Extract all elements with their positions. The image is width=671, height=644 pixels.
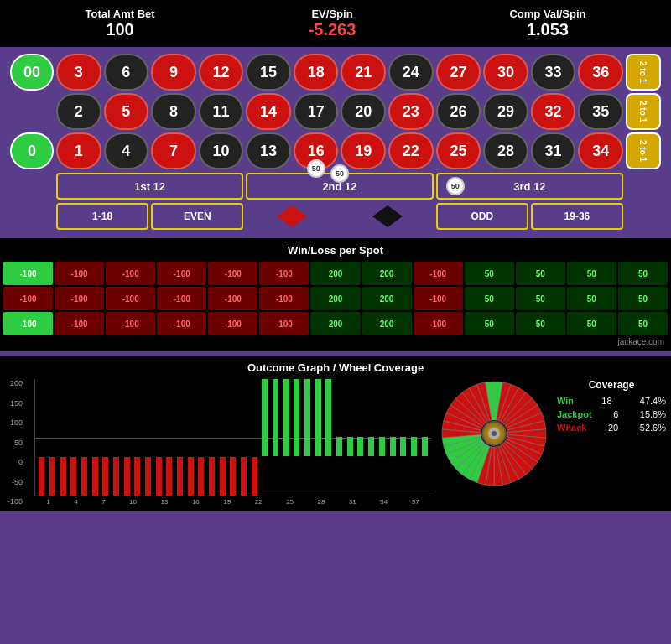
num-4[interactable]: 4 — [104, 132, 149, 169]
2nd-12[interactable]: 2nd 12 50 — [246, 173, 433, 200]
bar-item — [313, 379, 323, 496]
num-6[interactable]: 6 — [104, 54, 149, 91]
bar-item — [143, 379, 153, 496]
wl-cell: -100 — [259, 312, 309, 335]
bar-item — [80, 379, 90, 496]
wl-cell: 50 — [618, 312, 668, 335]
num-35[interactable]: 35 — [578, 93, 623, 130]
wl-cell: -100 — [3, 262, 53, 285]
num-19[interactable]: 19 — [341, 132, 386, 169]
coverage-win-pct: 47.4% — [640, 396, 666, 406]
coverage-win-count: 18 — [601, 396, 611, 406]
19-36[interactable]: 19-36 — [531, 203, 623, 230]
bar-item — [69, 379, 79, 496]
wl-cell: -100 — [208, 287, 257, 310]
bars-container — [35, 379, 431, 496]
bar-item — [377, 379, 388, 496]
num-24[interactable]: 24 — [388, 54, 434, 91]
num-11[interactable]: 11 — [199, 93, 244, 130]
num-31[interactable]: 31 — [531, 132, 576, 169]
bar-item — [324, 379, 334, 496]
x-axis-labels: 1 4 7 10 13 16 19 22 25 28 31 34 37 — [34, 498, 431, 506]
1st-12[interactable]: 1st 12 — [56, 173, 243, 200]
wl-cell: -100 — [414, 312, 463, 335]
num-3[interactable]: 3 — [56, 54, 101, 91]
dozen-spacer — [10, 173, 54, 200]
wl-cell: -100 — [259, 262, 309, 285]
num-14[interactable]: 14 — [246, 93, 291, 130]
black-diamond[interactable] — [341, 203, 433, 230]
num-36[interactable]: 36 — [578, 54, 623, 91]
wl-cell: -100 — [3, 312, 53, 335]
outside-row: 1-18 EVEN ODD 19-36 — [10, 203, 661, 230]
num-17[interactable]: 17 — [294, 93, 339, 130]
num-28[interactable]: 28 — [483, 132, 528, 169]
num-10[interactable]: 10 — [199, 132, 244, 169]
num-33[interactable]: 33 — [531, 54, 576, 91]
num-23[interactable]: 23 — [388, 93, 434, 130]
graph-title: Outcome Graph / Wheel Coverage — [5, 361, 666, 374]
total-amt-bet-label: Total Amt Bet — [86, 8, 155, 20]
wl-cell: -100 — [157, 312, 206, 335]
ev-spin-col: EV/Spin -5.263 — [309, 8, 356, 39]
jackace-label: jackace.com — [3, 335, 668, 348]
bar-chart — [34, 379, 431, 496]
num-7[interactable]: 7 — [151, 132, 196, 169]
red-diamond[interactable] — [246, 203, 338, 230]
wl-cell: -100 — [259, 287, 309, 310]
num-15[interactable]: 15 — [246, 54, 291, 91]
num-22[interactable]: 22 — [388, 132, 434, 169]
total-amt-bet-col: Total Amt Bet 100 — [86, 8, 155, 39]
bar-item — [217, 379, 227, 496]
num-16[interactable]: 16 50 — [294, 132, 339, 169]
bar-item — [153, 379, 164, 496]
2to1-mid[interactable]: 2 to 1 — [626, 93, 661, 130]
num-20[interactable]: 20 — [341, 93, 386, 130]
table-area: 00 3 6 9 12 15 18 21 24 27 30 33 36 2 to… — [0, 47, 671, 238]
bar-item — [335, 379, 345, 496]
num-30[interactable]: 30 — [483, 54, 528, 91]
num-21[interactable]: 21 — [341, 54, 386, 91]
wl-cell: 200 — [310, 312, 360, 335]
num-25[interactable]: 25 — [436, 132, 481, 169]
num-18[interactable]: 18 — [294, 54, 339, 91]
num-2[interactable]: 2 — [56, 93, 101, 130]
bar-chart-wrapper: 200 150 100 50 0 -50 -100 1 4 7 10 13 16 — [34, 379, 431, 506]
comp-val-spin-value: 1.053 — [509, 20, 585, 39]
bar-item — [207, 379, 217, 496]
even[interactable]: EVEN — [151, 203, 243, 230]
num-32[interactable]: 32 — [531, 93, 576, 130]
coverage-whack-row: Whack 20 52.6% — [557, 423, 666, 433]
wl-cell: 50 — [465, 262, 514, 285]
num-5[interactable]: 5 — [104, 93, 149, 130]
2to1-bot[interactable]: 2 to 1 — [626, 132, 661, 169]
1-18[interactable]: 1-18 — [56, 203, 148, 230]
bar-item — [356, 379, 366, 496]
coverage-win-label: Win — [557, 396, 574, 406]
outside-spacer2 — [626, 203, 661, 230]
bar-item — [292, 379, 302, 496]
zero-double[interactable]: 00 — [10, 54, 54, 91]
num-27[interactable]: 27 — [436, 54, 481, 91]
num-12[interactable]: 12 — [199, 54, 244, 91]
bar-item — [239, 379, 249, 496]
num-34[interactable]: 34 — [578, 132, 623, 169]
wl-cell: 200 — [362, 312, 412, 335]
chip-3rd12: 50 — [446, 177, 465, 195]
num-9[interactable]: 9 — [151, 54, 196, 91]
bar-item — [122, 379, 132, 496]
num-1[interactable]: 1 — [56, 132, 101, 169]
num-13[interactable]: 13 — [246, 132, 291, 169]
wheel-container — [440, 379, 549, 488]
2to1-top[interactable]: 2 to 1 — [626, 54, 661, 91]
winloss-title: Win/Loss per Spot — [3, 242, 668, 259]
bar-item — [345, 379, 355, 496]
odd[interactable]: ODD — [436, 203, 528, 230]
zero-single[interactable]: 0 — [10, 132, 54, 169]
ev-spin-value: -5.263 — [309, 20, 356, 39]
coverage-whack-label: Whack — [557, 423, 586, 433]
num-8[interactable]: 8 — [151, 93, 196, 130]
num-26[interactable]: 26 — [436, 93, 481, 130]
num-29[interactable]: 29 — [483, 93, 528, 130]
3rd-12[interactable]: 3rd 12 50 — [436, 173, 623, 200]
